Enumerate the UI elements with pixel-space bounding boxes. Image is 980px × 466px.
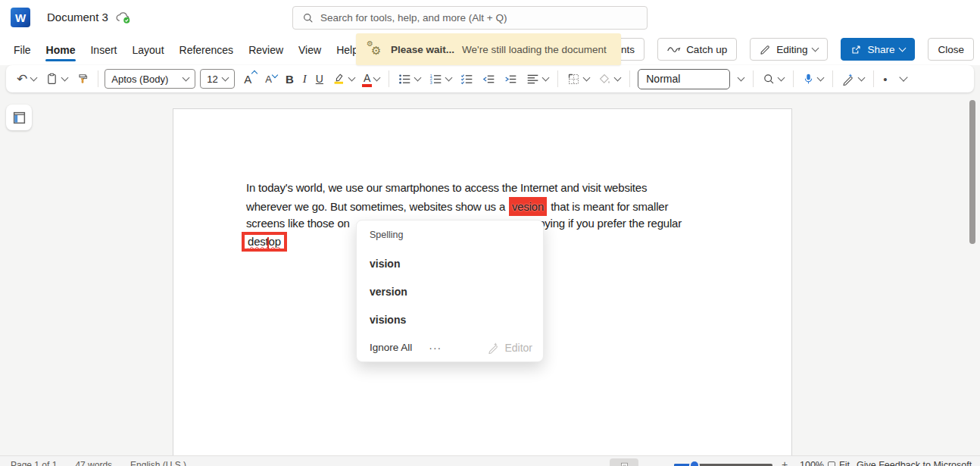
italic-button[interactable]: I [300,68,310,89]
bold-button[interactable]: B [282,68,297,89]
word-count[interactable]: 47 words [75,460,112,466]
grow-font-button[interactable]: A [241,68,254,89]
zoom-slider-thumb[interactable] [689,460,700,466]
pencil-icon [760,44,771,55]
editing-mode-button[interactable]: Editing [750,38,828,61]
highlight-button[interactable] [329,68,357,89]
increase-indent-icon [504,73,517,86]
menu-view[interactable]: View [291,37,329,64]
zoom-in-button[interactable]: + [782,458,788,466]
spelling-menu-footer: Ignore All ··· Editor [357,333,543,361]
language-status[interactable]: English (U.S.) [130,460,186,466]
ribbon-toolbar: ↶ Aptos (Body) 12 A A [6,65,974,92]
spelling-suggestion-version[interactable]: version [357,277,543,305]
misspelled-word-vesion[interactable]: vesion [509,197,547,217]
menu-insert[interactable]: Insert [83,37,124,64]
checklist-icon [460,73,473,86]
close-button[interactable]: Close [928,38,974,61]
editor-pen-icon [488,342,500,354]
divider [557,70,558,87]
underline-button[interactable]: U [313,68,326,89]
vertical-scrollbar[interactable] [969,100,975,244]
font-size-select[interactable]: 12 [200,69,235,89]
more-options-icon[interactable]: ··· [429,342,442,354]
shading-button[interactable] [595,68,623,89]
chevron-down-icon [899,44,907,52]
zoom-level[interactable]: 100% [800,460,824,466]
shrink-font-icon: A [265,73,272,85]
font-color-button[interactable]: A [360,68,382,89]
misspelled-word-destop[interactable]: destop [242,232,287,252]
spelling-menu-header: Spelling [357,230,543,249]
more-commands-button[interactable]: • [880,68,890,89]
loading-banner: ⚙⚙ Please wait... We're still loading th… [356,33,621,65]
chevron-down-icon [348,73,355,81]
divider [753,70,754,87]
divider [629,70,630,87]
paste-button[interactable] [42,68,70,89]
menu-references[interactable]: References [172,37,242,64]
chevron-down-icon [30,73,38,81]
page-view-button[interactable] [610,458,638,466]
styles-select[interactable]: Normal [638,69,730,89]
chevron-down-icon [414,73,422,81]
align-left-icon [526,73,539,86]
highlighter-icon [332,72,345,86]
divider [832,70,833,87]
share-button[interactable]: Share [841,38,915,61]
spelling-suggestion-visions[interactable]: visions [357,305,543,333]
undo-button[interactable]: ↶ [14,68,39,89]
numbered-list-button[interactable]: 123 [426,68,454,89]
shrink-font-button[interactable]: A [262,68,275,89]
word-logo-icon[interactable]: W [11,8,30,27]
decrease-indent-button[interactable] [479,68,498,89]
page-count[interactable]: Page 1 of 1 [11,460,57,466]
document-title[interactable]: Document 3 [47,11,108,23]
chevron-down-icon [445,73,453,81]
menu-review[interactable]: Review [241,37,291,64]
spelling-suggestion-vision[interactable]: vision [357,249,543,277]
document-text-line: In today's world, we use our smartphones… [246,179,647,197]
chevron-down-icon [61,73,69,81]
word-online-app: W Document 3 File Home Insert Layout Ref… [0,0,980,466]
editor-button[interactable] [839,68,867,89]
font-color-icon: A [364,72,370,86]
ignore-all-option[interactable]: Ignore All [370,342,412,353]
editor-label: Editor [504,342,532,354]
menu-home[interactable]: Home [39,37,83,64]
fit-toggle[interactable]: Fit [828,460,850,466]
bullet-list-button[interactable] [395,68,423,89]
dictate-button[interactable] [800,68,826,89]
chevron-down-icon [222,73,229,81]
divider [793,70,794,87]
banner-message: We're still loading the document [462,44,607,55]
find-button[interactable] [760,68,787,89]
app-search-bar[interactable] [292,6,648,30]
document-text-line: wherever we go. But sometimes, websites … [246,197,668,217]
share-label: Share [867,44,894,55]
feedback-link[interactable]: Give Feedback to Microsoft [857,460,972,466]
menu-file[interactable]: File [6,37,39,64]
increase-indent-button[interactable] [501,68,520,89]
menu-layout[interactable]: Layout [124,37,171,64]
search-input[interactable] [320,12,638,23]
share-icon [850,44,862,55]
alignment-button[interactable] [523,68,551,89]
status-left-group: Page 1 of 1 47 words English (U.S.) [11,460,186,466]
catch-up-button[interactable]: Catch up [657,38,737,61]
gears-icon: ⚙⚙ [367,42,383,57]
format-painter-button[interactable] [73,68,92,89]
checklist-button[interactable] [457,68,476,89]
navigation-pane-toggle[interactable] [6,105,32,130]
divider [873,70,874,87]
bullet-list-icon [398,73,411,86]
borders-button[interactable] [564,68,592,89]
page-icon [620,461,629,466]
italic-icon: I [303,73,307,86]
editor-option[interactable]: Editor [488,342,532,354]
font-name-select[interactable]: Aptos (Body) [105,69,195,89]
collapse-ribbon-button[interactable] [894,68,910,89]
chevron-down-icon [583,73,591,81]
microphone-icon [803,72,814,86]
styles-dropdown-button[interactable] [732,68,747,89]
